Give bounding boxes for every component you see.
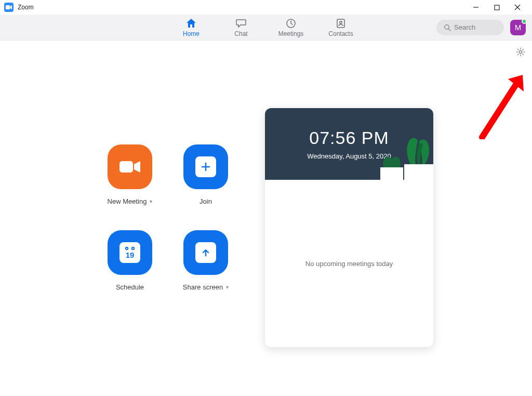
svg-rect-11 (119, 161, 133, 173)
nav-tab-meetings[interactable]: Meetings (278, 18, 304, 37)
svg-rect-17 (404, 164, 433, 180)
search-input[interactable]: Search (436, 20, 504, 35)
actions-pane: New Meeting ▾ Join 19 (0, 41, 265, 396)
calendar-card: 07:56 PM Wednesday, August 5, 2020 No up… (265, 108, 433, 347)
window-maximize-button[interactable] (486, 0, 507, 15)
new-meeting-button[interactable] (108, 144, 152, 189)
home-content: New Meeting ▾ Join 19 (0, 41, 532, 396)
nav-tab-label: Home (183, 30, 200, 37)
chevron-down-icon[interactable]: ▾ (226, 284, 229, 290)
svg-point-10 (519, 50, 522, 53)
current-time: 07:56 PM (309, 128, 389, 148)
svg-point-15 (132, 247, 134, 249)
chevron-down-icon[interactable]: ▾ (150, 199, 152, 204)
nav-tab-label: Chat (234, 30, 247, 37)
share-screen-button[interactable] (183, 230, 228, 275)
window-minimize-button[interactable] (466, 0, 486, 15)
no-meetings-text: No upcoming meetings today (305, 260, 393, 268)
action-label: Join (200, 197, 212, 205)
plant-decoration-icon (400, 130, 433, 180)
video-icon (118, 159, 141, 175)
svg-rect-0 (6, 5, 10, 9)
svg-point-14 (126, 247, 128, 249)
nav-tab-contacts[interactable]: Contacts (328, 18, 354, 37)
avatar-initial: M (515, 23, 522, 32)
svg-point-7 (340, 21, 342, 23)
calendar-body: No upcoming meetings today (265, 180, 433, 347)
nav-tab-label: Meetings (278, 30, 304, 37)
schedule-button[interactable]: 19 (108, 230, 152, 275)
calendar-day-number: 19 (126, 251, 135, 259)
search-icon (444, 24, 451, 31)
search-placeholder: Search (454, 23, 475, 31)
calendar-icon: 19 (119, 242, 140, 263)
nav-tab-chat[interactable]: Chat (228, 18, 254, 37)
svg-rect-2 (495, 5, 499, 10)
chat-icon (235, 18, 247, 29)
nav-tab-label: Contacts (328, 30, 353, 37)
plus-icon (195, 156, 216, 177)
contacts-icon (336, 18, 346, 29)
action-label: New Meeting (108, 197, 147, 205)
zoom-app-icon (4, 3, 14, 12)
profile-avatar[interactable]: M (510, 20, 526, 35)
nav-tab-home[interactable]: Home (178, 18, 204, 37)
presence-status-dot (522, 19, 527, 24)
window-close-button[interactable] (507, 0, 528, 15)
calendar-header: 07:56 PM Wednesday, August 5, 2020 (265, 108, 433, 180)
settings-button[interactable] (515, 47, 526, 57)
action-label: Schedule (116, 283, 144, 291)
main-nav: Home Chat Meetings Contacts Search (0, 15, 532, 41)
calendar-pane: 07:56 PM Wednesday, August 5, 2020 No up… (265, 41, 532, 396)
window-titlebar: Zoom (0, 0, 532, 15)
action-label: Share screen (183, 283, 223, 291)
window-title: Zoom (18, 4, 34, 11)
clock-icon (286, 18, 296, 29)
home-icon (185, 18, 197, 29)
arrow-up-icon (195, 242, 216, 263)
svg-line-9 (448, 29, 450, 31)
join-button[interactable] (183, 144, 228, 189)
